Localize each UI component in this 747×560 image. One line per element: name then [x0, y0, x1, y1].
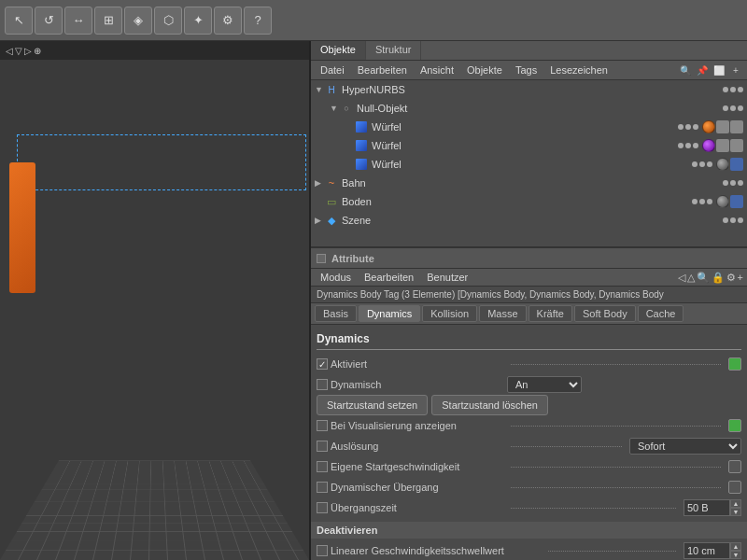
dropdown-auslosung[interactable]: SofortBeim StartAuf Anforderung: [629, 438, 741, 455]
mat-tag-b1[interactable]: [730, 158, 743, 171]
tree-row-cube1[interactable]: Würfel: [311, 118, 747, 136]
attr-plus-icon[interactable]: +: [738, 272, 743, 283]
tab-basis[interactable]: Basis: [315, 305, 357, 322]
mat-tag-p1[interactable]: [716, 139, 729, 152]
vd-c1-2: [685, 124, 691, 130]
mat-tag-g2[interactable]: [730, 120, 743, 133]
mat-sphere-orange[interactable]: [702, 120, 715, 133]
viewport-nav-arrows: ◁ ▽ ▷ ⊕: [6, 46, 41, 56]
attribute-panel: Attribute Modus Bearbeiten Benutzer ◁ △ …: [311, 248, 747, 560]
mat-tag-boden[interactable]: [730, 195, 743, 208]
tree-row-null[interactable]: ▼ ○ Null-Objekt: [311, 99, 747, 118]
tree-row-cube3[interactable]: Würfel: [311, 155, 747, 174]
pin-icon[interactable]: 📌: [695, 63, 710, 77]
vis-dots-null: [723, 105, 747, 111]
spinner-up-lin[interactable]: ▲: [730, 542, 741, 551]
check-visualisierung[interactable]: [317, 420, 328, 431]
tool-star[interactable]: ✦: [184, 7, 212, 35]
label-trans-time: Übergangszeit: [317, 502, 503, 513]
check-auslosung[interactable]: [317, 441, 328, 452]
tab-struktur[interactable]: Struktur: [366, 41, 422, 60]
tool-scale[interactable]: ⊞: [94, 7, 122, 35]
mat-sphere-boden[interactable]: [716, 195, 729, 208]
vis-dots-hypernurbs: [723, 87, 747, 92]
tree-row-cube2[interactable]: Würfel: [311, 136, 747, 155]
attr-menu-bearbeiten[interactable]: Bearbeiten: [359, 271, 419, 284]
text-dynamisch: Dynamisch: [331, 379, 381, 390]
tree-row-szene[interactable]: ▶ ◆ Szene: [311, 211, 747, 230]
spinner-up-tt[interactable]: ▲: [730, 499, 741, 508]
attr-lock-icon[interactable]: 🔒: [712, 272, 725, 284]
selection-rect: [17, 134, 306, 190]
mat-tag-p2[interactable]: [730, 139, 743, 152]
tool-hex[interactable]: ⬡: [154, 7, 182, 35]
tool-help[interactable]: ?: [244, 7, 272, 35]
nav-right-icon[interactable]: ▷: [24, 46, 32, 56]
tool-select[interactable]: ↖: [5, 7, 33, 35]
mat-sphere-gray[interactable]: [716, 158, 729, 171]
dropdown-dynamisch[interactable]: AnAus: [507, 376, 582, 393]
tab-kraefte[interactable]: Kräfte: [529, 305, 572, 322]
nav-left-icon[interactable]: ◁: [6, 46, 13, 56]
check-dynamisch[interactable]: [317, 379, 328, 390]
aktiviert-indicator: [728, 357, 741, 371]
expand-icon[interactable]: ⬜: [712, 63, 726, 77]
menu-datei[interactable]: Datei: [315, 63, 350, 77]
tab-cache[interactable]: Cache: [638, 305, 684, 322]
tool-poly[interactable]: ◈: [124, 7, 152, 35]
visualisierung-indicator: [728, 419, 741, 432]
label-auslosung: Auslösung: [317, 441, 503, 452]
plus-icon[interactable]: +: [728, 63, 743, 77]
nav-up-icon[interactable]: ▽: [15, 46, 22, 56]
attr-menu-modus[interactable]: Modus: [315, 271, 357, 284]
attr-search-icon[interactable]: 🔍: [697, 272, 710, 284]
tool-rotate[interactable]: ↺: [35, 7, 63, 35]
check-aktiviert[interactable]: [317, 358, 328, 370]
menu-tags[interactable]: Tags: [510, 63, 543, 77]
spinner-down-tt[interactable]: ▼: [730, 508, 741, 516]
menu-bearbeiten[interactable]: Bearbeiten: [352, 63, 413, 77]
spinner-down-lin[interactable]: ▼: [730, 551, 741, 559]
attr-menu-benutzer[interactable]: Benutzer: [421, 271, 473, 284]
check-dyn-trans[interactable]: [317, 482, 328, 493]
menu-lesezeichen[interactable]: Lesezeichen: [544, 63, 613, 77]
menu-ansicht[interactable]: Ansicht: [415, 63, 459, 77]
vd-c1-3: [693, 124, 698, 130]
viewport[interactable]: ◁ ▽ ▷ ⊕: [0, 41, 311, 560]
icon-null: ○: [339, 101, 354, 116]
dot-line-ov: [511, 467, 721, 468]
tab-kollision[interactable]: Kollision: [422, 305, 477, 322]
tree-row-hypernurbs[interactable]: ▼ H HyperNURBS: [311, 80, 747, 99]
mat-tag-g1[interactable]: [716, 120, 729, 133]
object-menu-bar: Datei Bearbeiten Ansicht Objekte Tags Le…: [311, 61, 747, 80]
mat-sphere-purple[interactable]: [702, 139, 715, 152]
icon-bahn: ~: [324, 175, 339, 190]
search-icon[interactable]: 🔍: [678, 63, 693, 77]
tree-row-boden[interactable]: ▭ Boden: [311, 192, 747, 211]
input-linear[interactable]: [684, 542, 730, 559]
input-trans-time[interactable]: [684, 499, 730, 516]
tool-move[interactable]: ↔: [64, 7, 92, 35]
attr-nav-left-icon[interactable]: ◁: [678, 272, 685, 284]
tool-settings[interactable]: ⚙: [214, 7, 242, 35]
nav-zoom-icon[interactable]: ⊕: [34, 46, 41, 56]
check-linear[interactable]: [317, 545, 328, 556]
check-own-velocity[interactable]: [317, 461, 328, 472]
text-auslosung: Auslösung: [331, 441, 378, 452]
btn-startzustand-loeschen[interactable]: Startzustand löschen: [431, 395, 548, 415]
btn-startzustand-setzen[interactable]: Startzustand setzen: [317, 395, 428, 415]
tree-row-bahn[interactable]: ▶ ~ Bahn: [311, 174, 747, 192]
check-trans-time[interactable]: [317, 502, 328, 513]
vd-bd3: [707, 199, 712, 204]
label-dynamisch: Dynamisch: [317, 379, 503, 390]
attr-settings-icon[interactable]: ⚙: [726, 272, 736, 284]
object-tree[interactable]: ▼ H HyperNURBS ▼ ○ Null-Objekt: [311, 80, 747, 248]
tab-objekte[interactable]: Objekte: [311, 41, 366, 60]
row-own-velocity: Eigene Startgeschwindigkeit: [317, 456, 741, 477]
tab-softbody[interactable]: Soft Body: [574, 305, 636, 322]
grid-floor: [0, 460, 309, 560]
tab-dynamics[interactable]: Dynamics: [359, 305, 420, 322]
tab-masse[interactable]: Masse: [479, 305, 526, 322]
attr-nav-up-icon[interactable]: △: [687, 272, 695, 284]
menu-objekte[interactable]: Objekte: [461, 63, 508, 77]
